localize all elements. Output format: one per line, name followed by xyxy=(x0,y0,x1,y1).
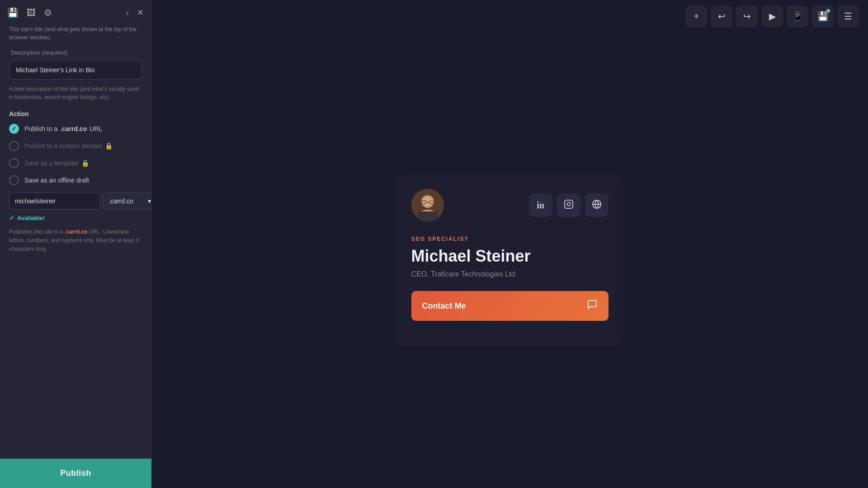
available-badge: ✓ Available! xyxy=(9,214,142,221)
svg-rect-8 xyxy=(564,200,572,208)
radio-offline-label: Save as an offline draft xyxy=(24,177,89,184)
url-domain-value: .carrd.co xyxy=(108,197,133,205)
linkedin-button[interactable]: in xyxy=(529,193,552,217)
plus-icon: + xyxy=(693,11,699,22)
url-domain-select[interactable]: .carrd.co ▾ xyxy=(103,192,151,210)
save-icon[interactable]: 💾 xyxy=(7,7,19,18)
publish-hint: Publishes this site to a .carrd.co URL. … xyxy=(9,228,142,254)
radio-template-label: Save as a template 🔒 xyxy=(24,160,89,167)
panel-forward-btn[interactable]: › xyxy=(126,8,129,18)
hamburger-icon: ☰ xyxy=(844,11,852,22)
profile-card: in xyxy=(397,174,623,346)
svg-rect-3 xyxy=(418,211,438,221)
redo-button[interactable]: ↪ xyxy=(736,5,758,27)
add-button[interactable]: + xyxy=(685,5,707,27)
profile-job-title: CEO, Traficare Technologies Ltd xyxy=(411,270,609,278)
left-panel: 💾 🖼 ⚙ › ✕ This site's title (and what ge… xyxy=(0,0,151,488)
device-icon: 📱 xyxy=(792,11,803,22)
avatar-svg xyxy=(411,189,444,221)
undo-icon: ↩ xyxy=(718,11,726,22)
site-title-hint: This site's title (and what gets shown a… xyxy=(9,25,142,42)
globe-icon xyxy=(592,199,602,211)
unsaved-dot xyxy=(826,9,830,13)
available-check-icon: ✓ xyxy=(9,214,14,221)
svg-point-10 xyxy=(571,202,571,202)
description-input[interactable] xyxy=(9,61,142,80)
radio-offline-circle xyxy=(9,175,19,185)
custom-domain-lock-icon: 🔒 xyxy=(105,142,113,150)
description-hint: A brief description of this site (and wh… xyxy=(9,85,142,101)
contact-me-button[interactable]: Contact Me xyxy=(411,291,609,321)
profile-subtitle: SEO SPECIALIST xyxy=(411,236,609,242)
radio-template[interactable]: Save as a template 🔒 xyxy=(9,158,142,168)
radio-carrd-url-circle xyxy=(9,124,19,134)
contact-me-label: Contact Me xyxy=(422,301,466,311)
radio-offline[interactable]: Save as an offline draft xyxy=(9,175,142,185)
top-toolbar: + ↩ ↪ ▶ 📱 💾 ☰ xyxy=(151,0,868,33)
profile-name: Michael Steiner xyxy=(411,247,609,266)
image-icon[interactable]: 🖼 xyxy=(27,8,36,18)
website-button[interactable] xyxy=(585,193,609,217)
url-input-row: .carrd.co ▾ xyxy=(9,192,142,210)
settings-icon[interactable]: ⚙ xyxy=(44,7,52,18)
device-preview-button[interactable]: 📱 xyxy=(787,5,808,27)
panel-header: 💾 🖼 ⚙ › ✕ xyxy=(0,0,151,22)
template-lock-icon: 🔒 xyxy=(81,160,89,167)
panel-body: This site's title (and what gets shown a… xyxy=(0,22,151,488)
preview-area: in xyxy=(151,33,868,488)
svg-point-9 xyxy=(567,202,570,206)
url-slug-input[interactable] xyxy=(9,192,100,210)
redo-icon: ↪ xyxy=(743,11,751,22)
available-text: Available! xyxy=(17,215,45,221)
panel-close-btn[interactable]: ✕ xyxy=(137,8,144,18)
menu-button[interactable]: ☰ xyxy=(837,5,859,27)
radio-custom-domain[interactable]: Publish to a custom domain 🔒 xyxy=(9,141,142,151)
chevron-down-icon: ▾ xyxy=(148,197,151,205)
save-button[interactable]: 💾 xyxy=(812,5,834,27)
linkedin-icon: in xyxy=(537,200,544,211)
action-label: Action xyxy=(9,110,142,117)
radio-custom-domain-label: Publish to a custom domain 🔒 xyxy=(24,142,113,150)
instagram-icon xyxy=(564,199,574,211)
card-top: in xyxy=(411,189,609,221)
play-icon: ▶ xyxy=(769,11,776,22)
radio-carrd-url[interactable]: Publish to a .carrd.co URL xyxy=(9,124,142,134)
chat-icon xyxy=(587,299,598,313)
avatar xyxy=(411,189,444,221)
radio-carrd-url-label: Publish to a .carrd.co URL xyxy=(24,125,102,132)
play-button[interactable]: ▶ xyxy=(761,5,783,27)
instagram-button[interactable] xyxy=(557,193,580,217)
svg-point-4 xyxy=(423,197,432,206)
radio-template-circle xyxy=(9,158,19,168)
description-label: Description(required) xyxy=(9,49,142,56)
save-icon: 💾 xyxy=(817,11,829,22)
undo-button[interactable]: ↩ xyxy=(711,5,732,27)
radio-custom-domain-circle xyxy=(9,141,19,151)
social-icons: in xyxy=(529,193,609,217)
main-content: + ↩ ↪ ▶ 📱 💾 ☰ xyxy=(151,0,868,488)
publish-button[interactable]: Publish xyxy=(0,459,151,488)
